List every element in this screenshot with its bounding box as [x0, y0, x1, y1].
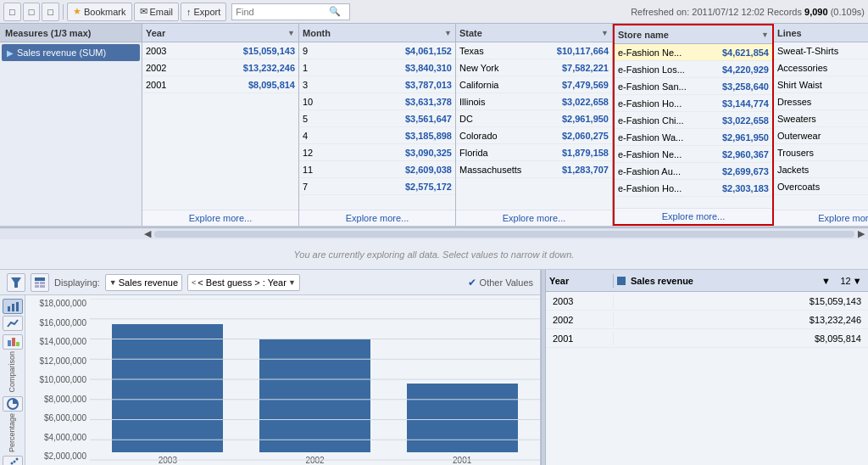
table-row[interactable]: Dresses$2 — [774, 93, 868, 110]
month-column: Month ▼ 9$4,061,152 1$3,840,310 3$3,787,… — [299, 24, 456, 226]
table-row[interactable]: e-Fashion Los...$4,220,929 — [615, 61, 772, 78]
email-button[interactable]: ✉ Email — [134, 3, 180, 21]
displaying-label: Displaying: — [54, 277, 100, 288]
export-button[interactable]: ↑ Export — [181, 3, 226, 21]
state-col-header[interactable]: State ▼ — [456, 24, 612, 42]
table-row[interactable]: 2001 $8,095,814 — [142, 76, 298, 93]
svg-marker-0 — [11, 277, 21, 288]
table-row[interactable]: 9$4,061,152 — [299, 42, 455, 59]
table-row[interactable]: 4$3,185,898 — [299, 127, 455, 144]
axis-select[interactable]: < < Best guess > : Year ▼ — [187, 274, 300, 291]
table-row[interactable]: 11$2,609,038 — [299, 161, 455, 178]
table-row[interactable]: 10$3,631,378 — [299, 93, 455, 110]
chart-type-percentage-btn[interactable] — [3, 396, 23, 412]
rt-header-num: 12 ▼ — [834, 274, 868, 288]
table-row[interactable]: DC$2,961,950 — [456, 110, 612, 127]
table-row[interactable]: Overcoats — [774, 178, 868, 195]
table-row[interactable]: New York$7,582,221 — [456, 59, 612, 76]
table-row[interactable]: 3$3,787,013 — [299, 76, 455, 93]
table-row[interactable]: 2003 $15,059,143 — [142, 42, 298, 59]
lines-explore-more[interactable]: Explore more... — [774, 210, 868, 226]
store-sort-icon[interactable]: ▼ — [761, 31, 769, 39]
year-cell: 2002 — [142, 62, 240, 74]
year-sort-icon[interactable]: ▼ — [287, 29, 295, 37]
store-col-header[interactable]: Store name ▼ — [615, 25, 772, 44]
table-row[interactable]: 5$3,561,647 — [299, 110, 455, 127]
search-box: 🔍 — [231, 3, 350, 20]
search-icon[interactable]: 🔍 — [329, 6, 341, 17]
table-row[interactable]: Trousers — [774, 144, 868, 161]
store-explore-more[interactable]: Explore more... — [615, 208, 772, 224]
lines-col-header[interactable]: Lines ▼ — [774, 24, 868, 42]
chart-type-bar-btn[interactable] — [3, 299, 23, 314]
table-row[interactable]: e-Fashion Chi...$3,022,658 — [615, 112, 772, 129]
svg-rect-7 — [12, 304, 14, 311]
table-row[interactable]: Sweaters$2 — [774, 110, 868, 127]
y-label: $16,000,000 — [39, 318, 86, 328]
table-row[interactable]: Shirt Waist$4 — [774, 76, 868, 93]
sort-icon[interactable]: ▼ — [821, 276, 831, 286]
table-row[interactable]: Florida$1,879,158 — [456, 144, 612, 161]
rt-row-2001[interactable]: 2001 $8,095,814 — [546, 329, 868, 348]
year-cell: 2001 — [142, 79, 245, 91]
table-row[interactable]: e-Fashion Ho...$3,144,774 — [615, 95, 772, 112]
right-table-header: Year Sales revenue ▼ 12 ▼ — [546, 270, 868, 292]
measures-header: Measures (1/3 max) — [0, 24, 142, 42]
table-row[interactable]: Outerwear$1 — [774, 127, 868, 144]
table-row[interactable]: Illinois$3,022,658 — [456, 93, 612, 110]
table-row[interactable]: 1$3,840,310 — [299, 59, 455, 76]
measure-label: Sales revenue (SUM) — [17, 48, 106, 58]
table-row[interactable]: e-Fashion Wa...$2,961,950 — [615, 129, 772, 146]
rt-row-2002[interactable]: 2002 $13,232,246 — [546, 311, 868, 329]
table-row[interactable]: 12$3,090,325 — [299, 144, 455, 161]
rt-value-cell: $8,095,814 — [614, 332, 868, 345]
filter-icon — [10, 277, 22, 289]
table-row[interactable]: e-Fashion Ne...$2,960,367 — [615, 146, 772, 163]
svg-point-14 — [10, 462, 13, 464]
window-btn-3[interactable]: □ — [42, 3, 59, 21]
chart-type-correlation-btn[interactable] — [3, 456, 23, 465]
year-cell: 2003 — [142, 45, 240, 57]
table-row[interactable]: Colorado$2,060,275 — [456, 127, 612, 144]
month-col-header[interactable]: Month ▼ — [299, 24, 455, 42]
table-row[interactable]: Texas$10,117,664 — [456, 42, 612, 59]
other-values-checkbox-icon[interactable]: ✔ — [468, 277, 476, 289]
comparison-label: Comparison — [8, 351, 16, 393]
table-row[interactable]: Massachusetts$1,283,707 — [456, 161, 612, 178]
table-row[interactable]: Accessories$9 — [774, 59, 868, 76]
bookmark-button[interactable]: ★ Bookmark — [67, 3, 132, 21]
table-row[interactable]: 2002 $13,232,246 — [142, 59, 298, 76]
h-scrollbar[interactable] — [154, 231, 854, 238]
chart-table-btn[interactable] — [31, 273, 49, 292]
chart-body: Comparison Percentage — [0, 295, 540, 465]
year-col-header[interactable]: Year ▼ — [142, 24, 298, 42]
year-explore-more[interactable]: Explore more... — [142, 210, 298, 226]
table-row[interactable]: e-Fashion San...$3,258,640 — [615, 78, 772, 95]
measure-select-arrow-icon: ▼ — [109, 278, 117, 287]
num-sort-icon[interactable]: ▼ — [853, 276, 862, 286]
search-input[interactable] — [236, 7, 329, 17]
month-sort-icon[interactable]: ▼ — [444, 29, 452, 37]
table-row[interactable]: Jackets — [774, 161, 868, 178]
rt-row-2003[interactable]: 2003 $15,059,143 — [546, 292, 868, 311]
measure-select[interactable]: ▼ Sales revenue — [105, 274, 182, 291]
table-row[interactable]: e-Fashion Ne...$4,621,854 — [615, 44, 772, 61]
table-row[interactable]: California$7,479,569 — [456, 76, 612, 93]
state-explore-more[interactable]: Explore more... — [456, 210, 612, 226]
table-row[interactable]: e-Fashion Au...$2,699,673 — [615, 163, 772, 180]
chart-filter-btn[interactable] — [7, 273, 25, 292]
table-row[interactable]: 7$2,575,172 — [299, 178, 455, 195]
chart-type-line-btn[interactable] — [3, 316, 23, 331]
chart-toolbar: Displaying: ▼ Sales revenue < < Best gue… — [0, 270, 540, 295]
window-btn-1[interactable]: □ — [3, 3, 21, 21]
chart-type-comparison-btn[interactable] — [3, 334, 23, 350]
y-label: $12,000,000 — [39, 356, 86, 366]
table-row[interactable]: Sweat-T-Shirts$12 — [774, 42, 868, 59]
y-label: $10,000,000 — [39, 375, 86, 384]
table-row[interactable]: e-Fashion Ho...$2,303,183 — [615, 180, 772, 197]
window-btn-2[interactable]: □ — [23, 3, 41, 21]
comparison-icon — [6, 335, 19, 349]
state-sort-icon[interactable]: ▼ — [601, 29, 609, 37]
month-explore-more[interactable]: Explore more... — [299, 210, 455, 226]
measure-item-sales[interactable]: ▶ Sales revenue (SUM) — [2, 44, 140, 61]
